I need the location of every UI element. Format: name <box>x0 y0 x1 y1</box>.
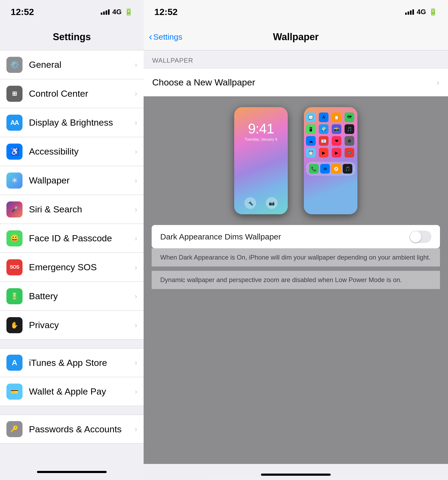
chevron-icon: › <box>135 89 137 98</box>
wallpaper-title: Wallpaper <box>273 31 319 43</box>
battery-settings-icon: 🔋 <box>6 288 23 304</box>
phones-container: 9:41 Tuesday, January 9 🔦 📷 💬 A <box>152 107 440 214</box>
app-4: 🗺 <box>345 112 354 122</box>
settings-item-faceid[interactable]: 😀 Face ID & Passcode › <box>0 224 144 253</box>
settings-item-accessibility[interactable]: ♿ Accessibility › <box>0 137 144 166</box>
settings-item-wallet[interactable]: 💳 Wallet & Apple Pay › <box>0 377 144 406</box>
choose-wallpaper-row[interactable]: Choose a New Wallpaper › <box>144 68 448 96</box>
siri-label: Siri & Search <box>29 204 133 215</box>
siri-icon: 🎤 <box>6 201 23 218</box>
desc-text-1: When Dark Appearance is On, iPhone will … <box>160 253 431 262</box>
battery-icon: 🔋 <box>124 8 133 16</box>
flashlight-icon: 🔦 <box>244 197 256 209</box>
privacy-icon: ✋ <box>6 317 23 333</box>
emergency-label: Emergency SOS <box>29 262 133 272</box>
dark-appearance-toggle[interactable] <box>409 231 431 243</box>
wallet-icon: 💳 <box>6 384 23 400</box>
back-label: Settings <box>153 32 182 42</box>
choose-wallpaper-chevron: › <box>436 77 439 87</box>
battery-label: Battery <box>29 291 133 301</box>
display-icon: AA <box>6 115 23 131</box>
lockscreen-phone: 9:41 Tuesday, January 9 🔦 📷 <box>234 107 288 214</box>
settings-item-battery[interactable]: 🔋 Battery › <box>0 282 144 311</box>
wallpaper-panel: 12:52 4G 🔋 ‹ Settings Wallpaper WALLPAPE… <box>144 0 448 480</box>
settings-item-privacy[interactable]: ✋ Privacy › <box>0 311 144 340</box>
app-youtube: ▶ <box>332 148 341 158</box>
settings-title: Settings <box>53 31 91 43</box>
settings-item-passwords[interactable]: 🔑 Passwords & Accounts › <box>0 415 144 444</box>
chevron-icon: › <box>135 234 137 243</box>
app-10: 📧 <box>319 136 328 146</box>
emergency-icon: SOS <box>6 259 23 275</box>
accessibility-icon: ♿ <box>6 144 23 160</box>
itunes-label: iTunes & App Store <box>29 358 133 368</box>
wallpaper-icon: ✳ <box>6 172 23 189</box>
wallpaper-description-2: Dynamic wallpaper and perspective zoom a… <box>152 271 440 289</box>
app-store: A <box>319 112 328 122</box>
control-center-icon: ⊞ <box>6 86 23 102</box>
settings-item-itunes[interactable]: A iTunes & App Store › <box>0 348 144 377</box>
settings-item-emergency[interactable]: SOS Emergency SOS › <box>0 253 144 282</box>
app-9: ☁ <box>306 136 316 146</box>
chevron-icon: › <box>135 205 137 214</box>
chevron-icon: › <box>135 147 137 156</box>
faceid-icon: 😀 <box>6 230 23 246</box>
chevron-icon: › <box>135 425 137 433</box>
dock-mail: ✉ <box>320 164 330 174</box>
settings-list: ⚙️ General › ⊞ Control Center › AA Displ… <box>0 50 144 464</box>
accessibility-label: Accessibility <box>29 146 133 157</box>
app-16: 🎮 <box>345 148 354 158</box>
right-battery-icon: 🔋 <box>429 8 437 16</box>
settings-item-general[interactable]: ⚙️ General › <box>0 50 144 79</box>
left-home-indicator-area <box>0 464 144 480</box>
lock-bottom-icons: 🔦 📷 <box>234 197 288 214</box>
camera-lock-icon: 📷 <box>266 197 278 209</box>
chevron-icon: › <box>135 118 137 127</box>
passwords-icon: 🔑 <box>6 421 23 437</box>
right-home-indicator-area <box>144 464 448 480</box>
app-11: ❤ <box>332 136 341 146</box>
chevron-icon: › <box>135 292 137 301</box>
display-label: Display & Brightness <box>29 117 133 128</box>
settings-panel: 12:52 4G 🔋 Settings ⚙️ General › ⊞ Contr… <box>0 0 144 480</box>
toggle-knob <box>410 231 421 242</box>
settings-item-display[interactable]: AA Display & Brightness › <box>0 108 144 137</box>
chevron-icon: › <box>135 263 137 272</box>
app-messages: 💬 <box>306 112 316 122</box>
faceid-label: Face ID & Passcode <box>29 233 133 243</box>
settings-item-wallpaper[interactable]: ✳ Wallpaper › <box>0 166 144 195</box>
wallpaper-description-1: When Dark Appearance is On, iPhone will … <box>152 248 440 267</box>
app-3: 📋 <box>332 112 341 122</box>
dock: 📞 ✉ 🧭 🎵 <box>306 162 355 176</box>
signal-icon <box>101 9 110 15</box>
left-status-icons: 4G 🔋 <box>101 8 133 16</box>
homescreen-phone: 💬 A 📋 🗺 📱 🌍 📸 🎵 ☁ 📧 ❤ ⚙ ⏰ ▶ <box>304 107 357 214</box>
chevron-icon: › <box>135 176 137 185</box>
lock-date: Tuesday, January 9 <box>245 137 277 141</box>
right-signal-icon <box>405 9 414 15</box>
right-network-type: 4G <box>417 8 426 16</box>
settings-item-siri[interactable]: 🎤 Siri & Search › <box>0 195 144 224</box>
homescreen-preview: 💬 A 📋 🗺 📱 🌍 📸 🎵 ☁ 📧 ❤ ⚙ ⏰ ▶ <box>304 107 357 214</box>
lock-time-display: 9:41 Tuesday, January 9 <box>245 121 277 141</box>
settings-item-control-center[interactable]: ⊞ Control Center › <box>0 79 144 108</box>
lockscreen-preview: 9:41 Tuesday, January 9 🔦 📷 <box>234 107 288 214</box>
dark-appearance-section: Dark Appearance Dims Wallpaper <box>152 225 440 248</box>
dark-appearance-row[interactable]: Dark Appearance Dims Wallpaper <box>152 225 440 248</box>
itunes-icon: A <box>6 355 23 371</box>
app-14: ▶ <box>319 148 328 158</box>
chevron-icon: › <box>135 61 137 69</box>
privacy-label: Privacy <box>29 320 133 330</box>
dock-music: 🎵 <box>343 164 352 174</box>
settings-nav-bar: Settings <box>0 24 144 50</box>
choose-wallpaper-label: Choose a New Wallpaper <box>152 77 434 88</box>
wallet-label: Wallet & Apple Pay <box>29 386 133 397</box>
app-8: 🎵 <box>345 124 354 134</box>
wallpaper-label: Wallpaper <box>29 175 133 186</box>
app-5: 📱 <box>306 124 316 134</box>
back-chevron-icon: ‹ <box>149 31 152 43</box>
back-button[interactable]: ‹ Settings <box>149 31 182 43</box>
control-center-label: Control Center <box>29 88 133 99</box>
dock-safari: 🧭 <box>331 164 341 174</box>
dark-appearance-label: Dark Appearance Dims Wallpaper <box>160 232 409 241</box>
